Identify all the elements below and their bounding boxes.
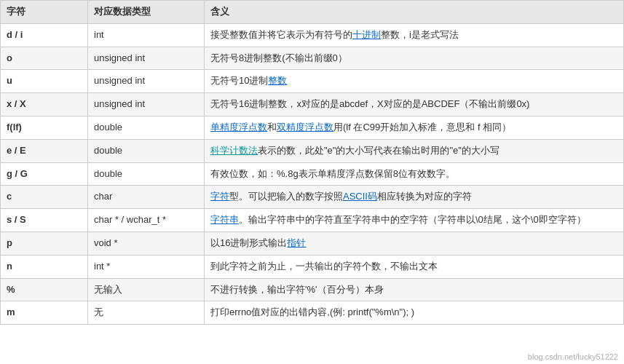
table-row: ounsigned int无符号8进制整数(不输出前缀0） xyxy=(1,47,624,70)
cell-symbol: s / S xyxy=(1,209,88,232)
cell-type: double xyxy=(88,162,205,186)
cell-desc: 字符型。可以把输入的数字按照ASCII码相应转换为对应的字符 xyxy=(205,186,624,209)
cell-desc: 有效位数，如：%.8g表示单精度浮点数保留8位有效数字。 xyxy=(205,162,624,186)
header-type: 对应数据类型 xyxy=(88,1,205,24)
cell-type: int * xyxy=(88,255,205,278)
table-row: uunsigned int无符号10进制整数 xyxy=(1,70,624,93)
inline-link[interactable]: 十进制 xyxy=(352,29,381,40)
inline-link[interactable]: 字符串 xyxy=(210,214,239,225)
cell-desc: 到此字符之前为止，一共输出的字符个数，不输出文本 xyxy=(205,255,624,278)
cell-type: 无 xyxy=(88,301,205,325)
table-row: %无输入不进行转换，输出字符'%'（百分号）本身 xyxy=(1,278,624,301)
cell-desc: 不进行转换，输出字符'%'（百分号）本身 xyxy=(205,278,624,301)
cell-type: unsigned int xyxy=(88,93,205,116)
cell-type: 无输入 xyxy=(88,278,205,301)
inline-link[interactable]: 指针 xyxy=(287,237,306,248)
cell-symbol: n xyxy=(1,255,88,278)
table-row: e / Edouble科学计数法表示的数，此处"e"的大小写代表在输出时用的"e… xyxy=(1,139,624,162)
cell-type: void * xyxy=(88,232,205,255)
cell-symbol: c xyxy=(1,186,88,209)
cell-symbol: x / X xyxy=(1,93,88,116)
cell-desc: 科学计数法表示的数，此处"e"的大小写代表在输出时用的"e"的大小写 xyxy=(205,139,624,162)
cell-type: char * / wchar_t * xyxy=(88,209,205,232)
table-row: nint *到此字符之前为止，一共输出的字符个数，不输出文本 xyxy=(1,255,624,278)
cell-symbol: % xyxy=(1,278,88,301)
cell-desc: 无符号8进制整数(不输出前缀0） xyxy=(205,47,624,70)
inline-link[interactable]: ASCII码 xyxy=(343,191,377,202)
table-row: g / Gdouble有效位数，如：%.8g表示单精度浮点数保留8位有效数字。 xyxy=(1,162,624,186)
cell-desc: 单精度浮点数和双精度浮点数用(lf 在C99开始加入标准，意思和 f 相同） xyxy=(205,116,624,139)
cell-symbol: g / G xyxy=(1,162,88,186)
cell-type: unsigned int xyxy=(88,47,205,70)
cell-desc: 接受整数值并将它表示为有符号的十进制整数，i是老式写法 xyxy=(205,23,624,47)
inline-link[interactable]: 单精度浮点数 xyxy=(210,122,267,132)
cell-type: double xyxy=(88,139,205,162)
inline-link[interactable]: 双精度浮点数 xyxy=(277,122,333,132)
inline-link[interactable]: 字符 xyxy=(210,191,229,202)
cell-symbol: u xyxy=(1,70,88,93)
cell-type: int xyxy=(88,23,205,47)
cell-type: double xyxy=(88,116,205,139)
cell-symbol: m xyxy=(1,301,88,325)
header-desc: 含义 xyxy=(205,1,624,24)
inline-link[interactable]: 整数 xyxy=(268,75,287,86)
watermark: blog.csdn.net/lucky51222 xyxy=(528,352,618,361)
cell-symbol: f(lf) xyxy=(1,116,88,139)
header-symbol: 字符 xyxy=(1,1,88,24)
cell-desc: 以16进制形式输出指针 xyxy=(205,232,624,255)
table-row: x / Xunsigned int无符号16进制整数，x对应的是abcdef，X… xyxy=(1,93,624,116)
cell-symbol: o xyxy=(1,47,88,70)
cell-desc: 字符串。输出字符串中的字符直至字符串中的空字符（字符串以\0结尾，这个\0即空字… xyxy=(205,209,624,232)
table-body: d / iint接受整数值并将它表示为有符号的十进制整数，i是老式写法ounsi… xyxy=(1,23,624,324)
cell-desc: 打印errno值对应的出错内容,(例: printf("%m\n"); ) xyxy=(205,301,624,325)
cell-desc: 无符号16进制整数，x对应的是abcdef，X对应的是ABCDEF（不输出前缀0… xyxy=(205,93,624,116)
cell-type: unsigned int xyxy=(88,70,205,93)
table-row: cchar字符型。可以把输入的数字按照ASCII码相应转换为对应的字符 xyxy=(1,186,624,209)
table-row: m无打印errno值对应的出错内容,(例: printf("%m\n"); ) xyxy=(1,301,624,325)
cell-symbol: e / E xyxy=(1,139,88,162)
table-row: s / Schar * / wchar_t *字符串。输出字符串中的字符直至字符… xyxy=(1,209,624,232)
table-row: d / iint接受整数值并将它表示为有符号的十进制整数，i是老式写法 xyxy=(1,23,624,47)
table-row: pvoid *以16进制形式输出指针 xyxy=(1,232,624,255)
cell-symbol: p xyxy=(1,232,88,255)
cell-symbol: d / i xyxy=(1,23,88,47)
cell-type: char xyxy=(88,186,205,209)
cell-desc: 无符号10进制整数 xyxy=(205,70,624,93)
table-row: f(lf)double单精度浮点数和双精度浮点数用(lf 在C99开始加入标准，… xyxy=(1,116,624,139)
inline-link[interactable]: 科学计数法 xyxy=(210,145,258,156)
